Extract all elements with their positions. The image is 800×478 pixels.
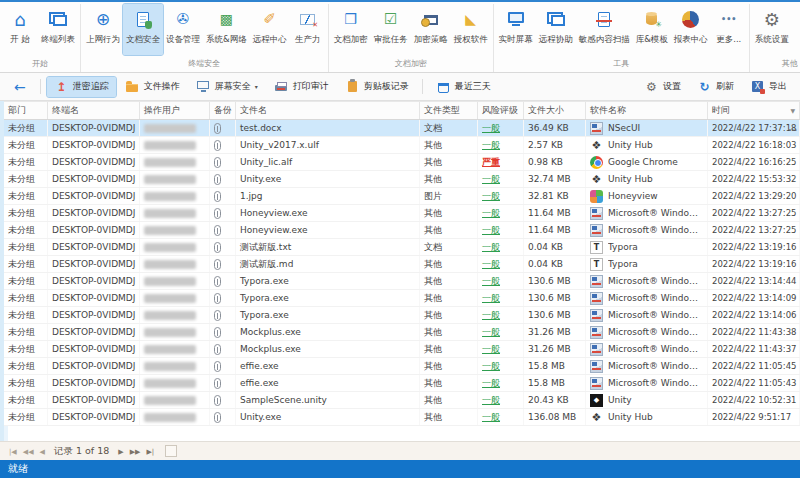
- ribbon-item[interactable]: ▩系统&网络: [203, 4, 250, 55]
- ribbon-item[interactable]: ◣授权软件: [451, 4, 491, 55]
- ribbon-item[interactable]: 实时屏幕: [496, 4, 536, 55]
- pager-next-button[interactable]: ▶|: [143, 448, 157, 456]
- table-row[interactable]: 未分组DESKTOP-0VIDMDJMockplus.exe其他一般31.26 …: [4, 341, 800, 358]
- productivity-icon: [293, 6, 323, 32]
- file-ops-icon-shape: [126, 84, 138, 92]
- table-row[interactable]: 未分组DESKTOP-0VIDMDJ测试新版.md其他一般0.04 KBTTyp…: [4, 256, 800, 273]
- risk-badge: 一般: [482, 224, 500, 237]
- ribbon-item[interactable]: ✇设备管理: [163, 4, 203, 55]
- software-cell: ❖Unity Hub: [586, 137, 708, 153]
- column-header-label: 备份: [214, 104, 232, 117]
- print-audit-icon-shape: [275, 85, 287, 91]
- time-cell: 2022/4/22 13:19:16: [708, 256, 800, 272]
- terminal-cell: DESKTOP-0VIDMDJ: [48, 358, 140, 374]
- filename-cell: Typora.exe: [236, 307, 420, 323]
- toolbar-button[interactable]: 屏幕安全▾: [189, 77, 265, 97]
- risk-badge: 一般: [482, 326, 500, 339]
- table-row[interactable]: 未分组DESKTOP-0VIDMDJUnity_v2017.x.ulf其他一般2…: [4, 137, 800, 154]
- table-row[interactable]: 未分组DESKTOP-0VIDMDJUnity.exe其他一般136.08 MB…: [4, 409, 800, 426]
- table-row[interactable]: 未分组DESKTOP-0VIDMDJTypora.exe其他一般130.6 MB…: [4, 290, 800, 307]
- ribbon-item[interactable]: 报表中心: [671, 4, 711, 55]
- filename-cell: test.docx: [236, 120, 420, 136]
- back-button[interactable]: ←: [6, 79, 34, 95]
- column-header[interactable]: 操作用户: [140, 102, 210, 119]
- status-text: 就绪: [8, 462, 28, 476]
- column-header[interactable]: 风险评级: [478, 102, 524, 119]
- ribbon-item[interactable]: ⊕上网行为: [83, 4, 123, 55]
- column-header[interactable]: 文件大小: [524, 102, 586, 119]
- table-row[interactable]: 未分组DESKTOP-0VIDMDJHoneyview.exe其他一般11.64…: [4, 205, 800, 222]
- ribbon-group-2: ⊕上网行为文档安全✇设备管理▩系统&网络✐远程中心生产力终端安全: [81, 4, 329, 72]
- user-cell: [140, 392, 210, 408]
- filetype-cell: 其他: [420, 375, 478, 391]
- filename-cell: Unity_v2017.x.ulf: [236, 137, 420, 153]
- table-row[interactable]: 未分组DESKTOP-0VIDMDJMockplus.exe其他一般31.26 …: [4, 324, 800, 341]
- ribbon-item[interactable]: ⌂开 始: [2, 4, 38, 55]
- risk-badge: 一般: [482, 343, 500, 356]
- toolbar-button[interactable]: X导出: [743, 77, 794, 97]
- column-header[interactable]: 软件名称: [586, 102, 708, 119]
- column-header[interactable]: 备份: [210, 102, 236, 119]
- pager-extra-button[interactable]: [165, 445, 177, 457]
- ribbon-group-label: 其他: [752, 55, 800, 72]
- table-row[interactable]: 未分组DESKTOP-0VIDMDJ1.jpg图片一般32.81 KBHoney…: [4, 188, 800, 205]
- toolbar-button[interactable]: 文件操作: [118, 77, 187, 97]
- ribbon-item[interactable]: 生产力: [290, 4, 326, 55]
- ribbon-item[interactable]: ❒文档加密: [331, 4, 371, 55]
- column-header-label: 文件大小: [528, 104, 564, 117]
- column-header[interactable]: 文件名: [236, 102, 420, 119]
- filename-cell: effie.exe: [236, 358, 420, 374]
- nsecui-icon: [590, 122, 603, 135]
- risk-cell: 一般: [478, 341, 524, 357]
- ribbon-item-label: 生产力: [295, 34, 321, 46]
- toolbar-button[interactable]: 打印审计: [267, 77, 336, 97]
- table-row[interactable]: 未分组DESKTOP-0VIDMDJeffie.exe其他一般15.8 MBMi…: [4, 358, 800, 375]
- ribbon-item[interactable]: ☑审批任务: [371, 4, 411, 55]
- toolbar-buttons: ↥泄密追踪文件操作屏幕安全▾打印审计剪贴板记录: [47, 77, 416, 97]
- column-header[interactable]: 文件类型: [420, 102, 478, 119]
- pager-next-button[interactable]: ▶▶: [127, 448, 144, 456]
- ribbon-item[interactable]: i关 于: [792, 4, 800, 55]
- ribbon-item[interactable]: ✐远程中心: [250, 4, 290, 55]
- ribbon-item[interactable]: 敏感内容扫描: [576, 4, 633, 55]
- toolbar-button[interactable]: ⚙设置: [637, 77, 688, 97]
- pager-next-button[interactable]: ▶: [115, 448, 126, 456]
- filesize-cell: 0.04 KB: [524, 239, 586, 255]
- ribbon-item[interactable]: 文档安全: [123, 4, 163, 55]
- table-row[interactable]: 未分组DESKTOP-0VIDMDJTypora.exe其他一般130.6 MB…: [4, 273, 800, 290]
- ribbon-item[interactable]: 加密策略: [411, 4, 451, 55]
- table-row[interactable]: 未分组DESKTOP-0VIDMDJUnity_lic.alf其他严重0.98 …: [4, 154, 800, 171]
- table-row[interactable]: 未分组DESKTOP-0VIDMDJ测试新版.txt文档一般0.04 KBTTy…: [4, 239, 800, 256]
- toolbar-button[interactable]: ↥泄密追踪: [47, 77, 116, 97]
- table-row[interactable]: 未分组DESKTOP-0VIDMDJeffie.exe其他一般15.8 MBMi…: [4, 375, 800, 392]
- table-row[interactable]: 未分组DESKTOP-0VIDMDJUnity.exe其他一般32.74 MB❖…: [4, 171, 800, 188]
- unityhub-icon: ❖: [590, 411, 603, 424]
- column-header[interactable]: 时间▼: [708, 102, 800, 119]
- pager-prev-button[interactable]: ◀◀: [20, 448, 37, 456]
- ribbon-group-label: 终端安全: [83, 55, 326, 72]
- toolbar-button[interactable]: 剪贴板记录: [338, 77, 416, 97]
- table-row[interactable]: 未分组DESKTOP-0VIDMDJTypora.exe其他一般130.6 MB…: [4, 307, 800, 324]
- column-header[interactable]: 部门: [4, 102, 48, 119]
- table-row[interactable]: 未分组DESKTOP-0VIDMDJSampleScene.unity其他一般2…: [4, 392, 800, 409]
- toolbar-button[interactable]: ↻刷新: [690, 77, 741, 97]
- ribbon-item[interactable]: •••更多...: [711, 4, 747, 55]
- ribbon-item[interactable]: ⚙系统设置: [752, 4, 792, 55]
- filesize-cell: 130.6 MB: [524, 273, 586, 289]
- grid-empty-area: [4, 426, 800, 441]
- pager-prev-button[interactable]: ◀: [37, 448, 48, 456]
- date-range-filter[interactable]: 最近三天: [429, 77, 498, 97]
- table-row[interactable]: 未分组DESKTOP-0VIDMDJHoneyview.exe其他一般11.64…: [4, 222, 800, 239]
- ribbon-item[interactable]: 终端列表: [38, 4, 78, 55]
- pager-prev-button[interactable]: |◀: [6, 448, 20, 456]
- ribbon-item[interactable]: 库&模板: [633, 4, 671, 55]
- column-header[interactable]: 终端名: [48, 102, 140, 119]
- row-more-button[interactable]: …: [789, 123, 798, 133]
- backup-cell: [210, 171, 236, 187]
- refresh-icon: ↻: [697, 80, 712, 94]
- user-redacted: [144, 328, 196, 337]
- ribbon-item[interactable]: 远程协助: [536, 4, 576, 55]
- terminal-cell: DESKTOP-0VIDMDJ: [48, 273, 140, 289]
- table-row[interactable]: 未分组DESKTOP-0VIDMDJtest.docx文档一般36.49 KBN…: [4, 120, 800, 137]
- content-scan-icon: [589, 6, 619, 32]
